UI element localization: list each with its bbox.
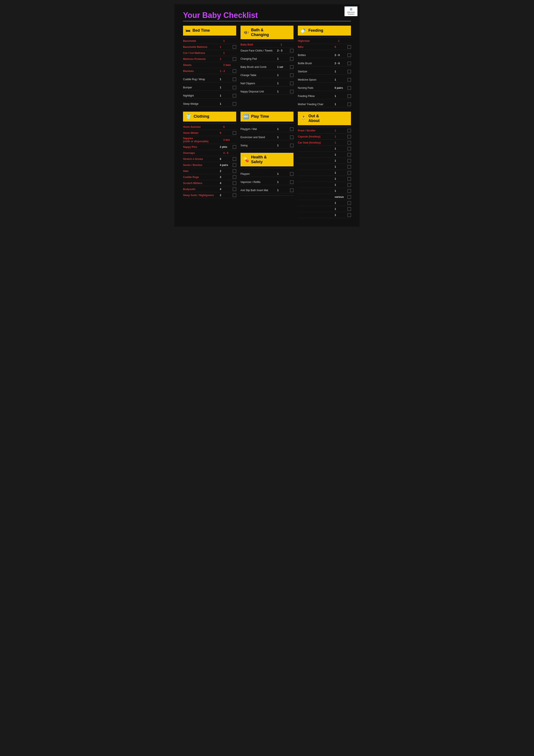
checkbox[interactable]	[347, 129, 351, 132]
table-row: Mother' Feeding Chair 1	[298, 101, 351, 107]
table-row: Cot / Cot Mattress 1	[183, 50, 236, 56]
checkbox[interactable]	[290, 172, 293, 176]
checkbox[interactable]	[347, 201, 351, 205]
checkbox[interactable]	[347, 103, 351, 106]
checkbox[interactable]	[233, 102, 236, 106]
checkbox[interactable]	[347, 165, 351, 169]
checkbox[interactable]	[347, 141, 351, 145]
item-qty: 6	[220, 131, 233, 134]
checkbox[interactable]	[290, 49, 293, 52]
checkbox[interactable]	[347, 62, 351, 65]
bedtime-header: 🛏 Bed Time	[183, 26, 236, 36]
table-row: 1	[298, 200, 351, 206]
item-name: Excerciser and Stand	[241, 136, 277, 139]
item-qty: 2	[220, 170, 233, 173]
checkbox[interactable]	[347, 189, 351, 193]
item-qty: 1	[335, 207, 347, 210]
checkbox[interactable]	[290, 82, 293, 85]
item-qty: 1	[220, 45, 233, 48]
checkbox[interactable]	[347, 147, 351, 150]
checkbox[interactable]	[347, 213, 351, 217]
checkbox[interactable]	[347, 207, 351, 211]
checkbox[interactable]	[347, 159, 351, 162]
checkbox[interactable]	[347, 183, 351, 187]
checkbox[interactable]	[290, 127, 293, 131]
item-qty: 1	[277, 144, 290, 147]
checkbox[interactable]	[347, 153, 351, 156]
checkbox[interactable]	[233, 131, 236, 135]
table-row: Nightlight 1	[183, 93, 236, 99]
logo-icon: 🖥	[346, 7, 356, 11]
feeding-section: 🍼 Feeding Highchair 1 Bibs 6 Bottles 2 -…	[298, 26, 351, 107]
table-row: Excerciser and Stand 1	[241, 134, 294, 140]
checkbox[interactable]	[290, 180, 293, 184]
checkbox[interactable]	[347, 171, 351, 175]
table-row: Mattress Protector 1	[183, 56, 236, 62]
item-name: Nappy Pins	[183, 146, 220, 148]
checkbox[interactable]	[347, 86, 351, 90]
item-qty: 1	[277, 90, 290, 93]
item-name: Vests Summer	[183, 125, 223, 128]
item-qty: 4 pairs	[220, 164, 233, 167]
checkbox[interactable]	[233, 78, 236, 81]
table-row: Stretch n Grows 6	[183, 156, 236, 162]
item-name: Sterlizer	[298, 70, 335, 73]
item-name: Stretch n Grows	[183, 157, 220, 161]
item-qty: 1	[277, 180, 290, 184]
checkbox[interactable]	[347, 53, 351, 57]
item-name: Socks / Booties	[183, 164, 220, 167]
table-row: Baby Brush and Comb 1 set	[241, 64, 294, 70]
table-row: Nappy Disposal Unit 1	[241, 89, 294, 94]
table-row: Hats 2	[183, 168, 236, 174]
checkbox[interactable]	[233, 86, 236, 89]
table-row: Bodysuits 4	[183, 186, 236, 192]
table-row: Capsule (hire/buy) 1	[298, 134, 351, 140]
checkbox[interactable]	[347, 78, 351, 81]
item-name: Nappies (cloth or disposable)	[183, 137, 223, 143]
checkbox[interactable]	[290, 73, 293, 77]
checkbox[interactable]	[347, 70, 351, 73]
item-name: Gauze Face Cloths / Towels	[241, 49, 277, 52]
item-name: Cuddle Rugs	[183, 176, 220, 179]
table-row: 1	[298, 146, 351, 152]
checkbox[interactable]	[233, 57, 236, 61]
checkbox[interactable]	[347, 135, 351, 138]
checkbox[interactable]	[290, 65, 293, 69]
checkbox[interactable]	[233, 145, 236, 149]
checkbox[interactable]	[347, 177, 351, 180]
item-name: Bottles	[298, 54, 335, 57]
checkbox[interactable]	[233, 194, 236, 197]
checkbox[interactable]	[290, 57, 293, 61]
table-row: Cuddle Rug / Wrap 1	[183, 76, 236, 82]
checkbox[interactable]	[233, 45, 236, 49]
table-row: Blankets 1 - 2	[183, 68, 236, 74]
item-name: Vests Winter	[183, 131, 220, 134]
item-qty: 1	[335, 94, 347, 97]
checkbox[interactable]	[347, 94, 351, 98]
table-row: Highchair 1	[298, 38, 351, 44]
checkbox[interactable]	[233, 181, 236, 185]
checkbox[interactable]	[290, 189, 293, 192]
item-name: Bassinette Mattress	[183, 45, 220, 48]
table-row: Sleep Suits / Nightgowns 2	[183, 192, 236, 198]
checkbox[interactable]	[233, 163, 236, 167]
checkbox[interactable]	[233, 169, 236, 173]
table-row: Change Table 1	[241, 72, 294, 78]
item-name: Playgym / Mat	[241, 127, 277, 131]
item-name: Feeding Pillow	[298, 94, 335, 97]
bedtime-title: Bed Time	[192, 28, 210, 33]
checkbox[interactable]	[290, 90, 293, 93]
checkbox[interactable]	[347, 45, 351, 49]
checkbox[interactable]	[233, 69, 236, 73]
checkbox[interactable]	[290, 136, 293, 139]
item-name: Scratch Mittens	[183, 182, 220, 185]
checkbox[interactable]	[347, 195, 351, 199]
checkbox[interactable]	[233, 94, 236, 97]
table-row: 1	[298, 182, 351, 188]
checkbox[interactable]	[233, 176, 236, 179]
checkbox[interactable]	[233, 157, 236, 161]
out-about-section: 👶 Out &About Pram / Stroller 1 Capsule (…	[298, 112, 351, 218]
table-row: Swing 1	[241, 143, 294, 148]
checkbox[interactable]	[290, 144, 293, 147]
checkbox[interactable]	[233, 187, 236, 191]
